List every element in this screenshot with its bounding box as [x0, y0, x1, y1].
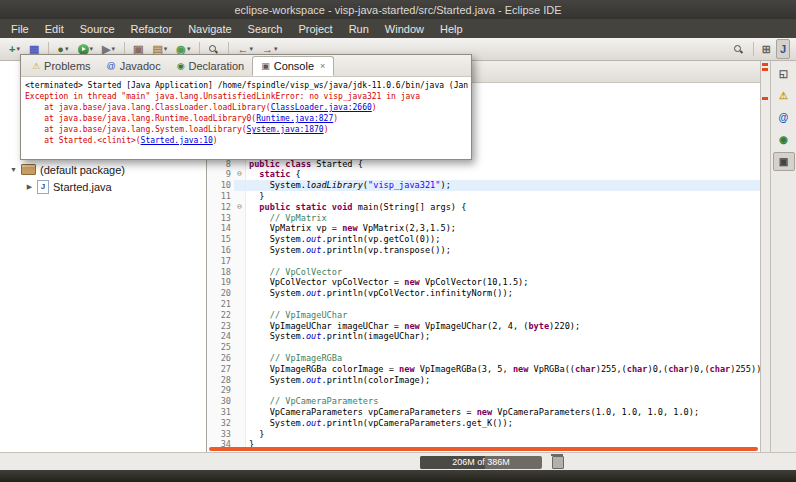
- tree-item-default-package[interactable]: ▼(default package): [0, 161, 206, 178]
- tree-item-label: (default package): [40, 164, 125, 176]
- menu-item-source[interactable]: Source: [72, 21, 123, 37]
- tab-problems[interactable]: ⚠Problems: [24, 56, 99, 76]
- code-text: // VpColVector: [246, 267, 760, 278]
- console-hyperlink[interactable]: Runtime.java:827: [256, 114, 333, 123]
- editor-line[interactable]: 12⊖ public static void main(String[] arg…: [207, 202, 760, 213]
- line-number: 32: [207, 418, 234, 429]
- problems-view-button[interactable]: ⚠: [773, 86, 795, 105]
- editor-line[interactable]: 14 VpMatrix vp = new VpMatrix(2,3,1.5);: [207, 223, 760, 234]
- code-text: System.out.println(vpCameraParameters.ge…: [246, 418, 760, 429]
- error-marker[interactable]: [762, 63, 768, 66]
- menu-item-navigate[interactable]: Navigate: [180, 21, 239, 37]
- open-perspective-icon: ⊞: [762, 44, 771, 55]
- line-number: 14: [207, 223, 234, 234]
- twistie-expanded-icon[interactable]: ▼: [8, 166, 19, 173]
- package-icon: [21, 164, 36, 175]
- fold-gutter: [234, 353, 246, 364]
- fold-marker-icon[interactable]: ⊖: [234, 202, 246, 213]
- console-text: at Started.<clinit>(: [25, 136, 141, 145]
- javadoc-view-icon: @: [779, 112, 789, 123]
- editor-line[interactable]: 26 // VpImageRGBa: [207, 353, 760, 364]
- editor-line[interactable]: 18 // VpColVector: [207, 267, 760, 278]
- declaration-view-button[interactable]: ◉: [773, 130, 795, 149]
- dropdown-arrow-icon: ▾: [249, 45, 253, 53]
- line-number: 28: [207, 375, 234, 386]
- editor-line[interactable]: 13 // VpMatrix: [207, 213, 760, 224]
- restore-views-button[interactable]: ◱: [773, 64, 795, 83]
- dropdown-arrow-icon: ▾: [90, 45, 94, 53]
- tab-declaration[interactable]: ◉Declaration: [169, 56, 253, 76]
- line-number: 23: [207, 321, 234, 332]
- editor-line[interactable]: 10 System.loadLibrary("visp_java321");: [207, 180, 760, 191]
- fold-gutter: [234, 234, 246, 245]
- tab-javadoc[interactable]: @Javadoc: [99, 56, 169, 76]
- jfile-icon: J: [37, 180, 49, 194]
- error-marker[interactable]: [762, 97, 768, 100]
- editor-line[interactable]: 30 // VpCameraParameters: [207, 396, 760, 407]
- menu-item-edit[interactable]: Edit: [37, 21, 72, 37]
- code-text: System.out.println(vpColVector.infinityN…: [246, 288, 760, 299]
- editor-line[interactable]: 16 System.out.println(vp.transpose());: [207, 245, 760, 256]
- editor-line[interactable]: 25: [207, 342, 760, 353]
- code-text: System.out.println(vp.getCol(0));: [246, 234, 760, 245]
- console-text: at java.base/java.lang.Runtime.loadLibra…: [25, 114, 256, 123]
- garbage-collect-button[interactable]: [552, 456, 564, 469]
- editor-line[interactable]: 19 VpColVector vpColVector = new VpColVe…: [207, 277, 760, 288]
- code-text: public static void main(String[] args) {: [246, 202, 760, 213]
- fold-gutter: [234, 288, 246, 299]
- console-line: at java.base/java.lang.System.loadLibrar…: [25, 124, 467, 135]
- editor-line[interactable]: 29: [207, 385, 760, 396]
- run-icon: [78, 44, 89, 55]
- tab-console[interactable]: ▣Console×: [252, 56, 334, 76]
- tab-label: Problems: [44, 60, 90, 72]
- menu-item-run[interactable]: Run: [341, 21, 377, 37]
- editor-line[interactable]: 27 VpImageRGBa colorImage = new VpImageR…: [207, 364, 760, 375]
- editor-line[interactable]: 22 // VpImageUChar: [207, 310, 760, 321]
- fold-gutter: [234, 180, 246, 191]
- twistie-collapsed-icon[interactable]: ▶: [24, 183, 35, 191]
- console-output[interactable]: <terminated> Started [Java Application] …: [21, 77, 471, 159]
- console-hyperlink[interactable]: Started.java:10: [141, 136, 213, 145]
- console-hyperlink[interactable]: ClassLoader.java:2660: [271, 103, 372, 112]
- toolbar-java-perspective-button[interactable]: J: [776, 39, 790, 59]
- editor-line[interactable]: 23 VpImageUChar imageUChar = new VpImage…: [207, 321, 760, 332]
- editor-line[interactable]: 31 VpCameraParameters vpCameraParameters…: [207, 407, 760, 418]
- toolbar-separator: [753, 42, 754, 56]
- menu-item-refactor[interactable]: Refactor: [123, 21, 181, 37]
- editor-line[interactable]: 11 }: [207, 191, 760, 202]
- editor-line[interactable]: 33 }: [207, 429, 760, 440]
- toolbar-open-perspective-button[interactable]: ⊞: [758, 39, 775, 59]
- javadoc-view-icon: @: [107, 62, 116, 71]
- editor-line[interactable]: 20 System.out.println(vpColVector.infini…: [207, 288, 760, 299]
- editor-line[interactable]: 24 System.out.println(imageUChar);: [207, 331, 760, 342]
- tree-item-started-java[interactable]: ▶JStarted.java: [0, 178, 206, 195]
- code-text: VpColVector vpColVector = new VpColVecto…: [246, 277, 760, 288]
- fold-marker-icon[interactable]: ⊖: [234, 169, 246, 180]
- menu-item-search[interactable]: Search: [240, 21, 291, 37]
- line-number: 15: [207, 234, 234, 245]
- editor-line[interactable]: 21: [207, 299, 760, 310]
- console-text: ): [213, 136, 218, 145]
- quick-access-search-icon: [733, 44, 744, 55]
- editor-line[interactable]: 32 System.out.println(vpCameraParameters…: [207, 418, 760, 429]
- menu-item-file[interactable]: File: [3, 21, 37, 37]
- console-hyperlink[interactable]: System.java:1870: [247, 125, 324, 134]
- console-line: Exception in thread "main" java.lang.Uns…: [25, 91, 467, 102]
- editor-line[interactable]: 15 System.out.println(vp.getCol(0));: [207, 234, 760, 245]
- javadoc-view-button[interactable]: @: [773, 108, 795, 127]
- console-view-button[interactable]: ▣: [773, 152, 795, 171]
- horizontal-scrollbar-thumb[interactable]: [209, 447, 758, 451]
- error-marker[interactable]: [762, 68, 768, 71]
- menu-item-help[interactable]: Help: [432, 21, 471, 37]
- fold-gutter: [234, 321, 246, 332]
- toolbar-quick-access-search-button[interactable]: [729, 39, 748, 59]
- close-icon[interactable]: ×: [320, 61, 325, 71]
- editor-line[interactable]: 28 System.out.println(colorImage);: [207, 375, 760, 386]
- fold-gutter: [234, 277, 246, 288]
- code-text: }: [246, 429, 760, 440]
- editor-line[interactable]: 17: [207, 256, 760, 267]
- menu-item-project[interactable]: Project: [290, 21, 340, 37]
- menu-item-window[interactable]: Window: [377, 21, 432, 37]
- editor-line[interactable]: 8public class Started {: [207, 159, 760, 170]
- editor-line[interactable]: 9⊖ static {: [207, 169, 760, 180]
